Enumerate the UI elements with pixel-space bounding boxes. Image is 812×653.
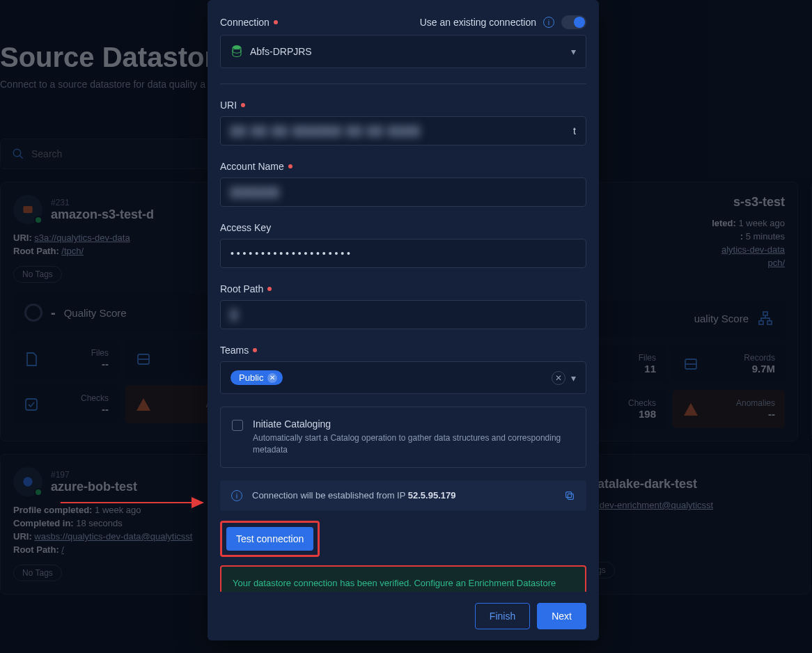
required-indicator bbox=[288, 164, 292, 168]
connection-select[interactable]: Abfs-DRPJRS ▾ bbox=[220, 35, 586, 68]
access-key-label: Access Key bbox=[220, 222, 271, 233]
clear-all-icon[interactable]: ✕ bbox=[552, 371, 565, 385]
chevron-down-icon: ▾ bbox=[571, 46, 576, 57]
svg-rect-15 bbox=[566, 491, 572, 497]
existing-connection-toggle[interactable] bbox=[561, 15, 586, 29]
ip-info-banner: i Connection will be established from IP… bbox=[220, 480, 586, 511]
root-path-input[interactable]: █ bbox=[220, 300, 586, 329]
highlight-annotation: Test connection bbox=[220, 521, 320, 557]
team-chip[interactable]: Public ✕ bbox=[231, 370, 283, 385]
test-connection-button[interactable]: Test connection bbox=[226, 527, 313, 551]
svg-point-13 bbox=[233, 49, 241, 53]
svg-rect-14 bbox=[568, 494, 573, 499]
account-name-label: Account Name bbox=[220, 161, 284, 172]
teams-select[interactable]: Public ✕ ✕ ▾ bbox=[220, 361, 586, 394]
initiate-cataloging-option[interactable]: Initiate Cataloging Automatically start … bbox=[220, 407, 586, 468]
finish-button[interactable]: Finish bbox=[475, 603, 530, 629]
access-key-input[interactable]: • • • • • • • • • • • • • • • • • • • • bbox=[220, 239, 586, 268]
uri-input[interactable]: ██ ██ ██ ██████ ██ ██ ████ t bbox=[220, 116, 586, 145]
existing-connection-label: Use an existing connection bbox=[420, 17, 536, 28]
chevron-down-icon: ▾ bbox=[571, 372, 576, 384]
success-message: Your datastore connection has been verif… bbox=[220, 565, 586, 592]
info-icon: i bbox=[231, 490, 242, 501]
required-indicator bbox=[253, 348, 257, 352]
database-icon bbox=[231, 44, 243, 59]
catalog-title: Initiate Cataloging bbox=[253, 418, 575, 430]
uri-label: URI bbox=[220, 100, 237, 111]
connection-label: Connection bbox=[220, 17, 270, 28]
info-icon[interactable]: i bbox=[543, 17, 554, 28]
required-indicator bbox=[267, 287, 272, 291]
required-indicator bbox=[274, 20, 278, 24]
teams-label: Teams bbox=[220, 345, 249, 356]
required-indicator bbox=[241, 103, 245, 107]
remove-chip-icon[interactable]: ✕ bbox=[267, 373, 277, 383]
connection-value: Abfs-DRPJRS bbox=[250, 46, 312, 57]
next-button[interactable]: Next bbox=[537, 603, 586, 629]
account-name-input[interactable]: ██████ bbox=[220, 178, 586, 207]
checkbox[interactable] bbox=[232, 420, 243, 431]
copy-icon[interactable] bbox=[564, 490, 575, 501]
root-path-label: Root Path bbox=[220, 283, 263, 294]
connection-modal: Connection Use an existing connection i … bbox=[208, 0, 599, 640]
catalog-description: Automatically start a Catalog operation … bbox=[253, 432, 575, 456]
